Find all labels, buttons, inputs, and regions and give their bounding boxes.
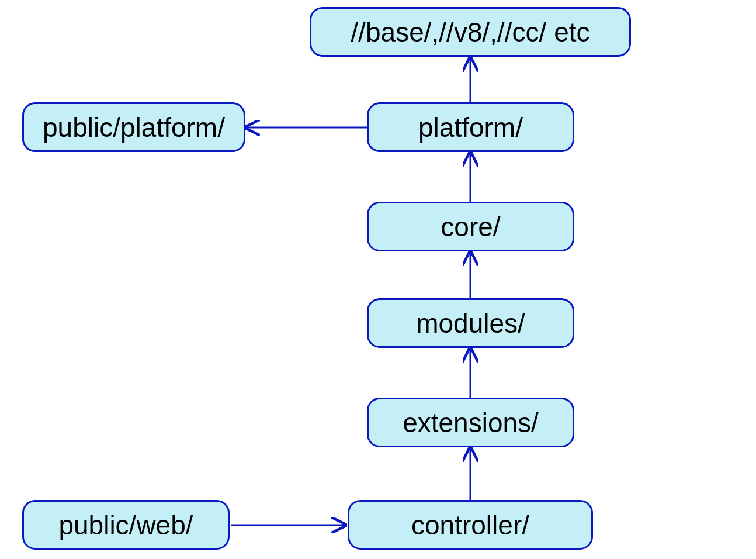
node-extensions-label: extensions/	[403, 407, 539, 439]
node-core: core/	[367, 202, 574, 251]
node-modules: modules/	[367, 298, 574, 348]
node-base: //base/,//v8/,//cc/ etc	[310, 7, 631, 57]
node-public-web-label: public/web/	[58, 509, 193, 541]
node-modules-label: modules/	[416, 308, 525, 339]
node-base-label: //base/,//v8/,//cc/ etc	[351, 16, 589, 48]
diagram-canvas: //base/,//v8/,//cc/ etc platform/ public…	[0, 0, 756, 559]
node-controller: controller/	[348, 500, 593, 550]
node-extensions: extensions/	[367, 398, 574, 447]
node-platform: platform/	[367, 102, 574, 152]
node-core-label: core/	[441, 211, 500, 243]
node-controller-label: controller/	[411, 509, 529, 541]
node-public-web: public/web/	[22, 500, 230, 550]
edges-layer	[0, 0, 756, 559]
node-public-platform: public/platform/	[22, 102, 245, 152]
node-platform-label: platform/	[418, 112, 523, 143]
node-public-platform-label: public/platform/	[43, 112, 225, 143]
